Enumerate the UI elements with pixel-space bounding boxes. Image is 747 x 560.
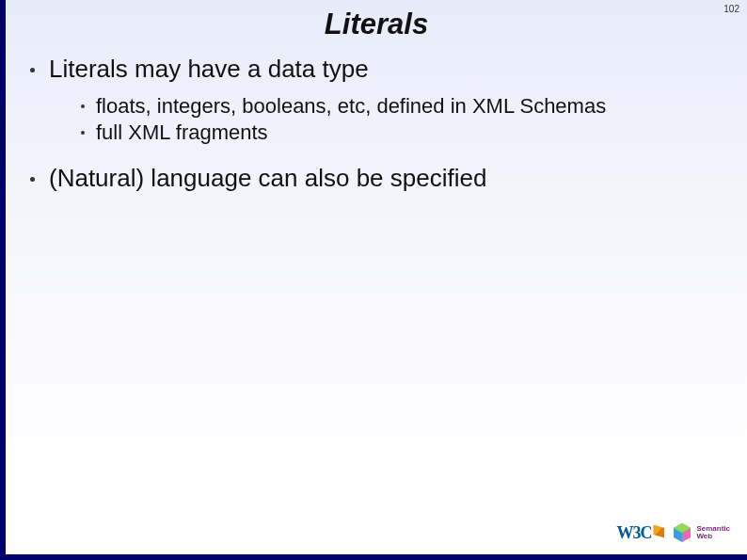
bullet-text: (Natural) language can also be specified (49, 164, 486, 192)
semantic-web-text: Semantic Web (696, 525, 730, 540)
w3c-c-letter: C (640, 523, 651, 543)
bullet-item: Literals may have a data type floats, in… (19, 55, 728, 156)
bullet-list-level2: floats, integers, booleans, etc, defined… (49, 84, 728, 156)
bullet-item: (Natural) language can also be specified (19, 164, 728, 193)
w3c-check-icon (653, 525, 664, 538)
w3c-w-letter: W (616, 523, 632, 543)
page-number: 102 (723, 4, 739, 14)
sub-bullet-item: floats, integers, booleans, etc, defined… (49, 93, 728, 120)
semantic-web-line2: Web (696, 533, 730, 540)
semantic-web-logo: Semantic Web (672, 522, 730, 543)
slide-title: Literals (6, 0, 747, 55)
footer-logos: W3C Semantic Web (616, 522, 730, 543)
sub-bullet-item: full XML fragments (49, 120, 728, 146)
semantic-web-cube-icon (672, 522, 692, 543)
sub-bullet-text: full XML fragments (96, 120, 268, 144)
bullet-text: Literals may have a data type (49, 55, 369, 83)
slide-content: Literals may have a data type floats, in… (6, 55, 747, 193)
w3c-3-letter: 3 (632, 523, 640, 543)
w3c-logo: W3C (616, 523, 664, 543)
bullet-list-level1: Literals may have a data type floats, in… (19, 55, 728, 193)
sub-bullet-text: floats, integers, booleans, etc, defined… (96, 94, 606, 118)
slide: 102 Literals Literals may have a data ty… (0, 0, 747, 560)
